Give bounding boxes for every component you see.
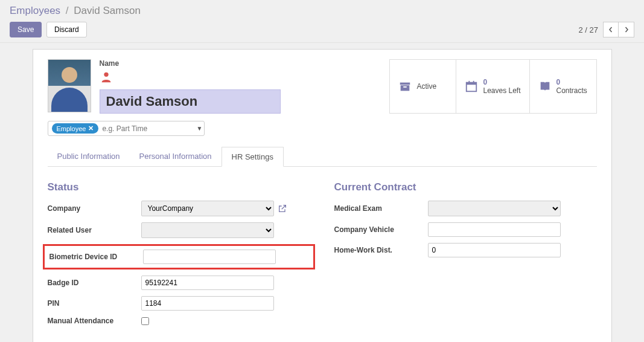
related-user-label: Related User (48, 226, 141, 234)
pin-label: PIN (48, 299, 141, 308)
leaves-count: 0 (483, 78, 520, 86)
contracts-count: 0 (556, 78, 587, 86)
tab-hr-settings[interactable]: HR Settings (222, 147, 284, 167)
svg-rect-2 (401, 85, 410, 91)
company-select[interactable]: YourCompany (141, 201, 274, 216)
tag-employee: Employee ✕ (52, 123, 99, 134)
breadcrumb-current: David Samson (74, 5, 141, 16)
svg-point-0 (104, 73, 108, 77)
external-link-icon[interactable] (278, 204, 287, 213)
save-button[interactable]: Save (10, 22, 42, 37)
person-icon (100, 70, 113, 83)
archive-icon (398, 80, 412, 93)
caret-down-icon[interactable]: ▼ (196, 125, 202, 132)
status-heading: Status (48, 181, 310, 193)
manual-attendance-checkbox[interactable] (141, 317, 149, 325)
contracts-label: Contracts (556, 86, 587, 95)
chevron-right-icon (623, 27, 630, 33)
biometric-highlight: Biometric Device ID (43, 244, 315, 269)
company-label: Company (48, 204, 141, 213)
pager: 2 / 27 (578, 22, 634, 37)
tags-text-input[interactable] (102, 124, 193, 133)
svg-rect-7 (473, 81, 474, 84)
discard-button[interactable]: Discard (46, 22, 87, 37)
chevron-left-icon (608, 27, 614, 33)
svg-rect-5 (467, 83, 477, 85)
breadcrumb-root[interactable]: Employees (10, 5, 60, 16)
breadcrumb: Employees / David Samson (10, 5, 634, 17)
tags-input[interactable]: Employee ✕ ▼ (48, 121, 205, 136)
name-input[interactable] (100, 89, 281, 114)
pager-text: 2 / 27 (578, 25, 598, 34)
related-user-select[interactable] (141, 222, 274, 238)
medical-label: Medical Exam (334, 204, 428, 213)
badge-input[interactable] (141, 276, 274, 290)
leaves-label: Leaves Left (483, 86, 520, 95)
tab-personal-information[interactable]: Personal Information (130, 147, 222, 166)
tabs: Public Information Personal Information … (48, 147, 597, 167)
name-label: Name (100, 59, 380, 68)
pager-next-button[interactable] (619, 22, 634, 37)
form-sheet: Name Active 0Leaves Left 0Contracts (33, 49, 612, 342)
leaves-stat-button[interactable]: 0Leaves Left (456, 60, 529, 113)
svg-rect-3 (404, 86, 407, 88)
vehicle-label: Company Vehicle (334, 225, 428, 234)
active-stat-button[interactable]: Active (390, 60, 456, 113)
vehicle-input[interactable] (428, 222, 561, 237)
contract-heading: Current Contract (334, 181, 597, 193)
badge-label: Badge ID (48, 279, 141, 287)
tag-remove-icon[interactable]: ✕ (88, 124, 94, 132)
svg-rect-6 (469, 81, 470, 84)
contracts-stat-button[interactable]: 0Contracts (530, 60, 596, 113)
manual-attendance-label: Manual Attendance (48, 317, 141, 325)
pager-prev-button[interactable] (603, 22, 619, 37)
pin-input[interactable] (141, 296, 274, 311)
dist-label: Home-Work Dist. (334, 246, 428, 254)
medical-select[interactable] (428, 201, 561, 216)
calendar-icon (465, 80, 478, 93)
active-label: Active (416, 82, 436, 91)
dist-input[interactable] (428, 243, 561, 257)
svg-rect-1 (400, 83, 410, 85)
book-icon (538, 80, 552, 93)
avatar[interactable] (48, 59, 91, 112)
biometric-label: Biometric Device ID (49, 253, 143, 261)
action-buttons: Save Discard (10, 22, 87, 37)
tab-public-information[interactable]: Public Information (48, 147, 130, 166)
breadcrumb-separator: / (66, 5, 69, 16)
stat-buttons: Active 0Leaves Left 0Contracts (389, 59, 596, 114)
biometric-input[interactable] (143, 250, 276, 264)
